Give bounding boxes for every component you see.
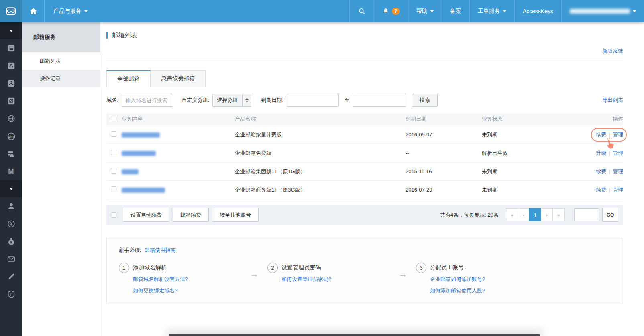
step-help-link[interactable]: 如何添加邮箱使用人数? — [430, 287, 485, 294]
domain-search-input[interactable] — [122, 94, 173, 107]
tab-all-mailboxes[interactable]: 全部邮箱 — [106, 70, 151, 87]
tab-renewal-needed[interactable]: 急需续费邮箱 — [151, 70, 206, 87]
action-separator: | — [609, 168, 610, 174]
account-menu[interactable] — [561, 0, 644, 22]
select-all-checkbox[interactable] — [111, 116, 116, 121]
help-menu[interactable]: 帮助 — [408, 0, 442, 22]
load-balancer-icon — [7, 61, 16, 70]
step-help-link[interactable]: 如何更换绑定域名? — [133, 287, 188, 294]
feedback-link[interactable]: 新版反馈 — [602, 47, 623, 55]
manage-link[interactable]: 管理 — [613, 150, 623, 156]
upgrade-link[interactable]: 升级 — [596, 150, 607, 156]
notifications-button[interactable]: 7 — [374, 0, 408, 22]
row-checkbox[interactable] — [111, 186, 116, 192]
step-help-link[interactable]: 邮箱域名解析设置方法? — [133, 276, 188, 283]
sidebar-item-load-balancer[interactable] — [0, 57, 22, 75]
step-number: 1 — [119, 263, 129, 273]
ticket-menu-label: 工单服务 — [478, 8, 500, 15]
svg-text:DNS: DNS — [8, 135, 14, 138]
sidebar-item-cdn[interactable] — [0, 110, 22, 128]
page-title: 邮箱列表 — [106, 31, 623, 40]
chevron-down-icon — [84, 10, 88, 12]
rds-icon — [7, 79, 16, 88]
renew-link[interactable]: 续费 — [596, 132, 607, 138]
bell-icon — [382, 8, 389, 15]
step-title: 设置管理员密码 — [281, 264, 331, 271]
next-page-button[interactable]: › — [541, 208, 553, 221]
group-label: 自定义分组: — [182, 97, 210, 104]
aliyun-logo-icon[interactable] — [0, 0, 22, 22]
beian-link[interactable]: 备案 — [442, 0, 469, 22]
step-help-link[interactable]: 企业邮箱如何添加账号? — [430, 276, 485, 283]
table-row: 企业邮箱集团版1T（原1G版） 2015-11-16 未到期 续费|管理 — [106, 162, 623, 181]
sidebar-item-mail[interactable]: M — [0, 163, 22, 180]
domain-link-blurred[interactable] — [122, 188, 165, 193]
toolbar-select-all-checkbox[interactable] — [111, 212, 116, 218]
secondary-sidebar: 邮箱服务 邮箱列表 操作记录 — [22, 22, 100, 336]
domain-link-blurred[interactable] — [122, 151, 156, 156]
sidebar-item-messages[interactable] — [0, 250, 22, 268]
step-help-link[interactable]: 如何设置管理员密码? — [281, 276, 331, 283]
subnav-item-operation-log[interactable]: 操作记录 — [22, 70, 100, 87]
sidebar-item-server-cloud[interactable] — [0, 145, 22, 163]
server-icon — [7, 44, 16, 53]
manage-link[interactable]: 管理 — [613, 132, 623, 138]
row-checkbox[interactable] — [111, 150, 116, 155]
row-checkbox[interactable] — [111, 168, 116, 174]
cdn-globe-icon — [7, 114, 16, 123]
first-page-button[interactable]: « — [506, 208, 518, 221]
go-button[interactable]: GO — [602, 208, 618, 222]
sidebar-collapse-bottom[interactable] — [0, 180, 22, 197]
export-list-link[interactable]: 导出列表 — [602, 97, 623, 104]
pagination: « ‹ 1 › » — [506, 208, 565, 221]
sidebar-item-rds[interactable] — [0, 75, 22, 92]
goto-page-input[interactable] — [574, 208, 599, 221]
sidebar-item-feedback[interactable] — [0, 268, 22, 285]
domain-link-blurred[interactable] — [122, 169, 139, 174]
expire-date-from-input[interactable] — [287, 94, 339, 107]
renew-link[interactable]: 续费 — [596, 187, 607, 193]
manage-link[interactable]: 管理 — [613, 187, 623, 193]
guide-prefix: 新手必读: — [119, 247, 141, 254]
page-1-button[interactable]: 1 — [529, 208, 541, 221]
col-status: 业务状态 — [482, 115, 562, 123]
renew-link[interactable]: 续费 — [596, 168, 607, 174]
domain-link-blurred[interactable] — [122, 132, 160, 138]
status-text: 解析已生效 — [482, 150, 562, 157]
sidebar-item-funds[interactable] — [0, 233, 22, 250]
transfer-account-button[interactable]: 转至其他账号 — [212, 208, 259, 222]
accesskeys-link[interactable]: AccessKeys — [514, 0, 561, 22]
chevron-down-icon — [10, 188, 13, 190]
group-select[interactable]: 选择分组 — [212, 94, 251, 107]
subnav-item-mailbox-list[interactable]: 邮箱列表 — [22, 52, 100, 70]
auto-renew-button[interactable]: 设置自动续费 — [123, 208, 169, 222]
manage-link[interactable]: 管理 — [613, 168, 623, 174]
row-checkbox[interactable] — [111, 131, 116, 137]
sidebar-item-billing[interactable] — [0, 215, 22, 233]
sidebar-item-security[interactable] — [0, 285, 22, 303]
sidebar-collapse-top[interactable] — [0, 22, 22, 39]
chevron-down-icon — [503, 10, 506, 12]
home-button[interactable] — [22, 0, 45, 22]
step-number: 2 — [267, 263, 278, 273]
products-menu[interactable]: 产品与服务 — [45, 0, 96, 22]
guide-step: 1 添加域名解析 邮箱域名解析设置方法? 如何更换绑定域名? — [119, 263, 241, 298]
prev-page-button[interactable]: ‹ — [518, 208, 530, 221]
chevron-down-icon — [633, 10, 636, 12]
sidebar-item-server[interactable] — [0, 39, 22, 57]
sidebar-item-oss[interactable] — [0, 92, 22, 110]
home-icon — [29, 7, 38, 16]
sidebar-item-user[interactable] — [0, 197, 22, 215]
main-content: 邮箱列表 新版反馈 全部邮箱 急需续费邮箱 域名: 自定义分组: 选择分组 到期… — [100, 22, 644, 336]
fund-bag-icon — [7, 237, 16, 246]
ticket-menu[interactable]: 工单服务 — [469, 0, 514, 22]
sidebar-item-dns[interactable]: DNS — [0, 128, 22, 145]
page-head: 邮箱列表 新版反馈 — [106, 31, 623, 58]
last-page-button[interactable]: » — [552, 208, 565, 221]
search-button[interactable] — [349, 0, 374, 22]
dns-icon: DNS — [6, 132, 16, 141]
search-button[interactable]: 搜索 — [412, 94, 438, 107]
expire-date-to-input[interactable] — [353, 94, 406, 107]
usage-guide-link[interactable]: 邮箱使用指南 — [145, 247, 176, 254]
mailbox-renew-button[interactable]: 邮箱续费 — [173, 208, 209, 222]
